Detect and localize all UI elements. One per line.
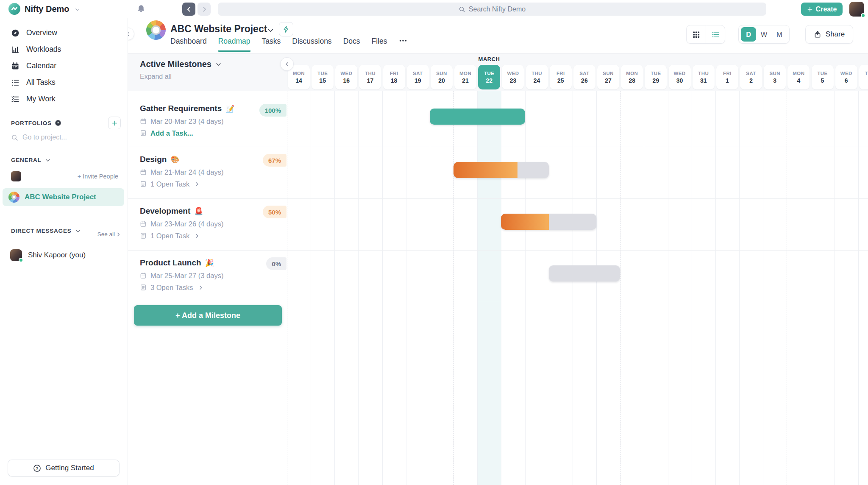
milestone-row-gather-requirements[interactable]: Gather Requirements📝Mar 20-Mar 23 (4 day… (128, 91, 287, 147)
gantt-bar-product-launch[interactable] (549, 265, 620, 282)
milestone-emoji: 📝 (225, 104, 234, 113)
sidebar-item-workloads[interactable]: Workloads (0, 41, 128, 58)
day-header-tue-29[interactable]: TUE29 (645, 65, 667, 89)
day-header-sat-19[interactable]: SAT19 (407, 65, 429, 89)
svg-text:?: ? (36, 465, 39, 470)
share-button[interactable]: Share (805, 25, 853, 44)
day-number-label: 14 (295, 77, 302, 84)
grid-view-button[interactable] (687, 25, 706, 43)
project-title[interactable]: ABC Website Project (170, 23, 267, 35)
milestone-tasks-link[interactable]: 1 Open Task (140, 178, 287, 190)
back-button[interactable] (182, 3, 195, 16)
day-of-week-label: TUE (817, 71, 827, 76)
invite-people-link[interactable]: + Invite People (78, 173, 118, 180)
chevron-right-icon (201, 6, 208, 13)
sidebar-item-calendar[interactable]: Calendar (0, 58, 128, 74)
milestone-progress-badge: 50% (263, 206, 287, 218)
see-all-link[interactable]: See all (97, 231, 121, 237)
add-milestone-button[interactable]: + Add a Milestone (134, 305, 282, 326)
tab-dashboard[interactable]: Dashboard (170, 37, 207, 50)
milestone-row-development[interactable]: Development🚨Mar 23-Mar 26 (4 days)1 Open… (128, 198, 287, 250)
sidebar-item-overview[interactable]: Overview (0, 25, 128, 41)
more-tabs-icon[interactable] (398, 36, 408, 45)
milestone-tasks-link[interactable]: Add a Task... (140, 127, 287, 139)
general-section-header[interactable]: GENERAL (11, 157, 121, 163)
user-avatar[interactable] (849, 2, 864, 17)
day-header-sat-26[interactable]: SAT26 (573, 65, 595, 89)
day-header-wed-6[interactable]: WED6 (835, 65, 857, 89)
sidebar-item-abc-website-project[interactable]: ABC Website Project (3, 188, 124, 206)
day-header-mon-28[interactable]: MON28 (621, 65, 643, 89)
getting-started-button[interactable]: ? Getting Started (8, 460, 120, 477)
help-icon[interactable]: ? (55, 120, 61, 126)
day-header-thu-7[interactable]: THU7 (859, 65, 868, 89)
day-header-fri-25[interactable]: FRI25 (550, 65, 572, 89)
collapse-panel-button[interactable] (280, 57, 294, 71)
day-of-week-label: WED (507, 71, 519, 76)
chevron-down-icon[interactable] (75, 7, 80, 12)
timescale-d-button[interactable]: D (741, 27, 756, 42)
milestone-tasks-link[interactable]: 3 Open Tasks (140, 282, 287, 293)
timescale-w-button[interactable]: W (756, 27, 771, 42)
main-area: ABC Website Project DashboardRoadmapTask… (128, 18, 868, 485)
day-of-week-label: SAT (413, 71, 423, 76)
milestone-tasks-link[interactable]: 1 Open Task (140, 230, 287, 242)
day-of-week-label: SAT (579, 71, 589, 76)
timescale-m-button[interactable]: M (772, 27, 787, 42)
add-portfolio-button[interactable] (108, 117, 121, 129)
sidebar: OverviewWorkloadsCalendarAll TasksMy Wor… (0, 18, 128, 485)
day-header-mon-21[interactable]: MON21 (454, 65, 476, 89)
day-header-sun-20[interactable]: SUN20 (431, 65, 453, 89)
day-header-thu-31[interactable]: THU31 (693, 65, 715, 89)
today-column-highlight (477, 91, 501, 485)
plus-icon (111, 120, 118, 126)
create-button-label: Create (816, 6, 837, 13)
gantt-bar-gather-requirements[interactable] (430, 109, 525, 125)
forward-button[interactable] (198, 3, 211, 16)
notifications-bell-icon[interactable] (136, 4, 146, 14)
workspace-name[interactable]: Nifty Demo (25, 0, 70, 18)
day-header-sat-2[interactable]: SAT2 (740, 65, 762, 89)
chevron-down-icon[interactable] (267, 27, 274, 34)
milestone-row-design[interactable]: Design🎨Mar 21-Mar 24 (4 days)1 Open Task… (128, 147, 287, 198)
milestone-title[interactable]: Design (140, 155, 167, 164)
day-header-wed-30[interactable]: WED30 (669, 65, 691, 89)
milestone-row-product-launch[interactable]: Product Launch🎉Mar 25-Mar 27 (3 days)3 O… (128, 250, 287, 302)
tab-files[interactable]: Files (372, 37, 387, 50)
list-view-button[interactable] (706, 25, 725, 43)
member-avatar[interactable] (11, 171, 21, 181)
day-header-mon-4[interactable]: MON4 (787, 65, 810, 89)
go-to-project-input[interactable]: Go to project... (11, 134, 67, 141)
automations-bolt-button[interactable] (279, 22, 293, 36)
tab-discussions[interactable]: Discussions (292, 37, 331, 50)
search-input[interactable]: Search Nifty Demo (218, 3, 766, 16)
day-header-tue-15[interactable]: TUE15 (312, 65, 334, 89)
grid-line (739, 91, 740, 485)
day-header-thu-24[interactable]: THU24 (526, 65, 548, 89)
grid-line (453, 91, 454, 485)
nifty-logo[interactable] (8, 3, 20, 15)
day-header-fri-18[interactable]: FRI18 (383, 65, 405, 89)
day-header-tue-5[interactable]: TUE5 (812, 65, 834, 89)
dm-item-shiv-kapoor[interactable]: Shiv Kapoor (you) (10, 249, 86, 261)
day-header-sun-27[interactable]: SUN27 (597, 65, 619, 89)
create-button[interactable]: Create (801, 3, 843, 16)
day-header-wed-23[interactable]: WED23 (502, 65, 524, 89)
day-header-fri-1[interactable]: FRI1 (716, 65, 738, 89)
gantt-bar-design[interactable] (453, 162, 549, 178)
milestone-title[interactable]: Product Launch (140, 258, 201, 268)
sidebar-item-all-tasks[interactable]: All Tasks (0, 74, 128, 91)
milestone-title[interactable]: Development (140, 206, 190, 216)
tab-tasks[interactable]: Tasks (262, 37, 281, 50)
tab-docs[interactable]: Docs (343, 37, 360, 50)
expand-all-link[interactable]: Expand all (140, 73, 172, 81)
sidebar-item-my-work[interactable]: My Work (0, 91, 128, 107)
tab-roadmap[interactable]: Roadmap (218, 37, 250, 52)
gantt-bar-development[interactable] (501, 214, 596, 230)
day-header-tue-22[interactable]: TUE22 (478, 65, 500, 89)
day-header-thu-17[interactable]: THU17 (359, 65, 381, 89)
day-header-sun-3[interactable]: SUN3 (764, 65, 786, 89)
day-header-wed-16[interactable]: WED16 (335, 65, 357, 89)
milestone-title[interactable]: Gather Requirements (140, 104, 222, 113)
active-milestones-dropdown[interactable]: Active Milestones (140, 59, 222, 69)
